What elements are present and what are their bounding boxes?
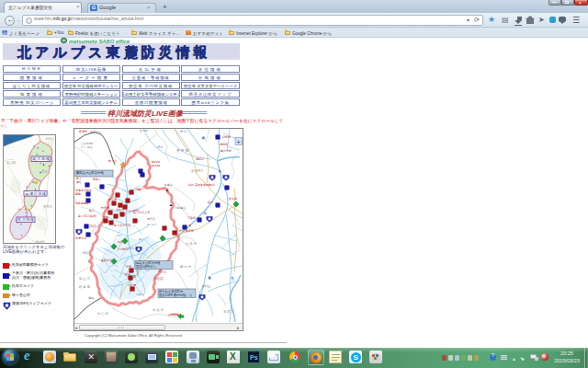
svg-text:梓川 倉庫群: 梓川 倉庫群 (179, 229, 194, 233)
svg-text:梓川流域: 梓川流域 (17, 217, 34, 222)
svg-text:糸魚川: 糸魚川 (45, 137, 54, 141)
svg-text:木 曽 町: 木 曽 町 (97, 312, 109, 316)
svg-text:乗鞍: 乗鞍 (118, 240, 123, 244)
svg-text:ｽｰﾊﾟｰ林道: ｽｰﾊﾟｰ林道 (81, 145, 93, 149)
svg-text:姫川流域: 姫川流域 (31, 156, 50, 161)
svg-text:下島橋: 下島橋 (187, 216, 196, 220)
svg-text:島々(花火鉄橋): 島々(花火鉄橋) (78, 214, 96, 218)
svg-text:焼岳(2): 焼岳(2) (154, 277, 164, 281)
svg-text:高瀬川流域: 高瀬川流域 (25, 190, 46, 195)
svg-text:安曇野市: 安曇野市 (191, 169, 204, 173)
svg-text:中の湯: 中の湯 (128, 283, 136, 287)
svg-text:番所大滝: 番所大滝 (101, 259, 112, 262)
svg-text:鉢盛山: 鉢盛山 (164, 183, 173, 187)
svg-text:山 形 村: 山 形 村 (186, 242, 198, 246)
svg-text:ノ俣川: ノ俣川 (154, 145, 163, 149)
svg-text:国道158号通行情報(←↑): 国道158号通行情報(←↑) (159, 293, 192, 297)
svg-text:梓 川: 梓 川 (180, 130, 187, 133)
svg-text:国道158号ｶﾒﾗ↑: 国道158号ｶﾒﾗ↑ (136, 265, 156, 269)
svg-text:島々谷川下流: 島々谷川下流 (114, 224, 130, 227)
svg-text:穂高川: 穂高川 (196, 157, 204, 161)
svg-text:朝 日 村: 朝 日 村 (180, 265, 192, 269)
svg-text:新淵橋: 新淵橋 (79, 130, 87, 133)
svg-text:平湯大滝: 平湯大滝 (75, 236, 86, 240)
svg-text:水殿: 水殿 (103, 215, 108, 219)
svg-text:島内: 島内 (208, 201, 213, 204)
svg-text:渚: 渚 (188, 224, 191, 227)
svg-text:小大野川: 小大野川 (125, 247, 135, 250)
svg-text:焼岳沢: 焼岳沢 (136, 293, 143, 296)
svg-text:前川渡: 前川渡 (108, 198, 117, 201)
svg-text:霞沢岳: 霞沢岳 (147, 217, 155, 221)
svg-text:小鉢盛山: 小鉢盛山 (175, 206, 186, 210)
svg-text:白川: 白川 (145, 269, 151, 272)
svg-text:島々: 島々 (89, 209, 95, 213)
svg-text:焼岳: 焼岳 (83, 251, 88, 255)
svg-text:大町: 大町 (41, 169, 48, 173)
svg-text:境峠: 境峠 (87, 296, 94, 300)
svg-text:+: + (237, 139, 241, 144)
svg-text:松本城: 松本城 (229, 197, 237, 201)
svg-text:島々谷川: 島々谷川 (147, 223, 157, 226)
svg-text:鉢伏山: 鉢伏山 (202, 284, 210, 288)
svg-text:高瀬ダム: 高瀬ダム (90, 130, 100, 133)
svg-text:中ノ川: 中ノ川 (110, 269, 118, 272)
svg-text:至 大町: 至 大町 (140, 129, 148, 132)
svg-text:長 野 県: 長 野 県 (176, 149, 189, 153)
svg-text:(花)沢: (花)沢 (89, 224, 96, 228)
svg-text:徳本峠: 徳本峠 (152, 164, 160, 167)
svg-text:沢渡: 沢渡 (126, 265, 131, 269)
svg-text:高 山 市: 高 山 市 (79, 277, 91, 281)
svg-text:神林 高速道路情報ｶﾒﾗ: 神林 高速道路情報ｶﾒﾗ (188, 183, 216, 187)
svg-text:槍ヶ岳: 槍ヶ岳 (108, 159, 117, 163)
svg-text:黒川: 黒川 (139, 237, 144, 241)
svg-text:島々谷川上流: 島々谷川上流 (133, 211, 150, 214)
svg-text:富山県: 富山県 (6, 160, 17, 164)
svg-text:乗鞍岳火山防災情報: 乗鞍岳火山防災情報 (76, 170, 104, 175)
svg-text:長野市: 長野市 (43, 203, 53, 208)
svg-text:焼岳山: 焼岳山 (158, 270, 166, 273)
svg-text:徳沢: 徳沢 (138, 188, 143, 191)
svg-text:奈川渡: 奈川渡 (101, 206, 109, 210)
svg-text:松本市: 松本市 (36, 239, 46, 243)
svg-text:事務: 事務 (75, 192, 81, 196)
svg-text:岐 阜 県: 岐 阜 県 (79, 285, 91, 289)
svg-text:(駅): (駅) (76, 180, 81, 184)
svg-text:塩 尻 市: 塩 尻 市 (222, 310, 235, 314)
svg-text:前川: 前川 (118, 234, 123, 237)
svg-text:田川: 田川 (231, 275, 234, 282)
svg-text:記念橋: 記念橋 (222, 135, 231, 139)
svg-text:高瀬川: 高瀬川 (201, 133, 205, 140)
svg-text:龍島発電所: 龍島発電所 (75, 201, 89, 205)
svg-text:穂高橋: 穂高橋 (220, 143, 228, 146)
svg-text:奈良井川: 奈良井川 (208, 273, 211, 281)
svg-text:坂巻: 坂巻 (124, 272, 130, 276)
svg-text:新島々: 新島々 (93, 178, 101, 181)
svg-text:犀川大橋: 犀川大橋 (220, 149, 232, 153)
svg-text:木 祖 村: 木 祖 村 (153, 308, 164, 312)
svg-text:通行情報: 通行情報 (168, 313, 179, 316)
svg-text:大白川: 大白川 (116, 208, 124, 212)
